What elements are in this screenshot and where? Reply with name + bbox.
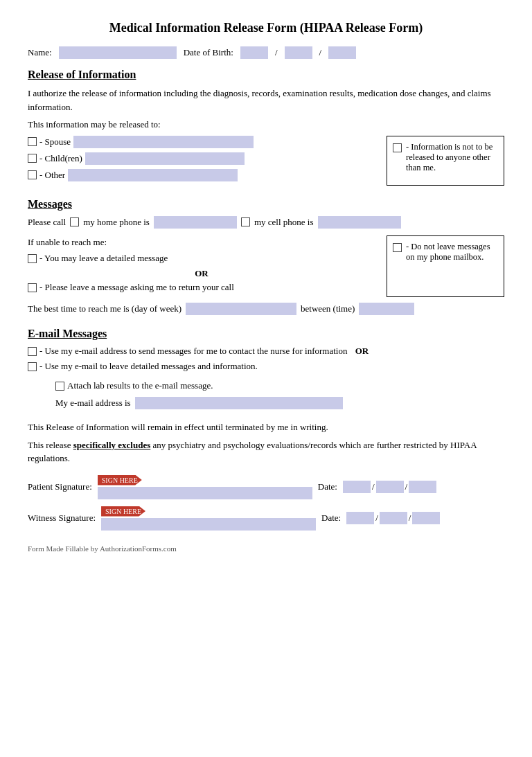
footer-text: This Release of Information will remain … xyxy=(28,420,504,465)
release-section: Release of Information I authorize the r… xyxy=(28,69,504,186)
patient-sig-arrow: SIGN HERE xyxy=(98,475,142,486)
patient-date-year[interactable] xyxy=(409,481,436,493)
other-row: - Other xyxy=(28,169,375,181)
return-call-label: - Please leave a message asking me to re… xyxy=(39,282,234,293)
best-time-row: The best time to reach me is (day of wee… xyxy=(28,303,504,315)
email-nurse-checkbox[interactable] xyxy=(28,347,37,356)
children-row: - Child(ren) xyxy=(28,152,375,165)
unreachable-grid: If unable to reach me: - You may leave a… xyxy=(28,235,504,298)
witness-date-label: Date: xyxy=(321,513,341,524)
name-dob-row: Name: Date of Birth: / / xyxy=(28,46,504,59)
email-addr-row: My e-mail address is xyxy=(55,397,504,409)
leave-message-label: - You may leave a detailed message xyxy=(39,253,168,264)
leave-message-row: - You may leave a detailed message xyxy=(28,253,375,264)
spouse-input[interactable] xyxy=(73,136,254,148)
no-voicemail-text: - Do not leave messages on my phone mail… xyxy=(406,242,498,262)
attach-lab-label: Attach lab results to the e-mail message… xyxy=(67,380,213,391)
leave-message-checkbox[interactable] xyxy=(28,254,37,263)
children-label: - Child(ren) xyxy=(39,153,82,164)
witness-date-year[interactable] xyxy=(412,512,440,524)
email-indent: Attach lab results to the e-mail message… xyxy=(55,380,504,409)
messages-section: Messages Please call my home phone is my… xyxy=(28,198,504,316)
spouse-row: - Spouse xyxy=(28,136,375,148)
witness-sig-row: Witness Signature: SIGN HERE Date: / / xyxy=(28,506,504,531)
patient-date-day[interactable] xyxy=(376,481,404,493)
email-option1-label: - Use my e-mail address to send messages… xyxy=(39,346,347,357)
witness-date-group: / / xyxy=(346,512,440,524)
unreachable-label: If unable to reach me: xyxy=(28,235,375,249)
no-voicemail-box: - Do not leave messages on my phone mail… xyxy=(387,235,504,298)
witness-date-month[interactable] xyxy=(346,512,374,524)
name-label: Name: xyxy=(28,47,52,58)
patient-sig-label: Patient Signature: xyxy=(28,481,92,492)
return-call-checkbox[interactable] xyxy=(28,283,37,292)
cell-phone-input[interactable] xyxy=(318,216,401,229)
call-text3: my cell phone is xyxy=(254,217,314,228)
children-checkbox[interactable] xyxy=(28,154,37,163)
footer-line2-pre: This release xyxy=(28,440,73,450)
witness-sig-input[interactable] xyxy=(101,518,316,531)
email-option2-label: - Use my e-mail to leave detailed messag… xyxy=(39,361,258,372)
email-addr-input[interactable] xyxy=(135,397,343,409)
footer-line2: This release specifically excludes any p… xyxy=(28,438,504,465)
release-left: - Spouse - Child(ren) - Other xyxy=(28,136,375,186)
other-input[interactable] xyxy=(68,169,238,181)
messages-title: Messages xyxy=(28,198,504,211)
call-text2: my home phone is xyxy=(83,217,150,228)
release-notice-box: - Information is not to be released to a… xyxy=(387,136,504,186)
spouse-checkbox[interactable] xyxy=(28,137,37,146)
dob-day-input[interactable] xyxy=(285,46,312,59)
attach-lab-checkbox[interactable] xyxy=(55,382,64,391)
footer-line1: This Release of Information will remain … xyxy=(28,420,504,434)
unreachable-left: If unable to reach me: - You may leave a… xyxy=(28,235,375,298)
release-body2: This information may be released to: xyxy=(28,118,504,132)
witness-sig-arrow: SIGN HERE xyxy=(101,506,145,517)
other-checkbox[interactable] xyxy=(28,170,37,179)
children-input[interactable] xyxy=(85,152,245,165)
watermark: Form Made Fillable by AuthorizationForms… xyxy=(28,544,504,553)
email-title: E-mail Messages xyxy=(28,328,504,340)
best-time-text1: The best time to reach me is (day of wee… xyxy=(28,303,181,314)
patient-date-month[interactable] xyxy=(343,481,371,493)
dob-label: Date of Birth: xyxy=(184,47,233,58)
messages-call-row: Please call my home phone is my cell pho… xyxy=(28,216,504,229)
dob-year-input[interactable] xyxy=(328,46,356,59)
email-detail-checkbox[interactable] xyxy=(28,362,37,371)
patient-date-label: Date: xyxy=(318,481,337,492)
name-input[interactable] xyxy=(59,46,177,59)
email-addr-label: My e-mail address is xyxy=(55,398,131,409)
patient-sig-input[interactable] xyxy=(98,487,312,499)
email-or-label: OR xyxy=(355,346,369,357)
return-call-row: - Please leave a message asking me to re… xyxy=(28,282,375,293)
call-text1: Please call xyxy=(28,217,66,228)
witness-date-day[interactable] xyxy=(380,512,407,524)
best-time-text2: between (time) xyxy=(301,303,355,314)
witness-sig-label: Witness Signature: xyxy=(28,513,96,524)
email-option2-row: - Use my e-mail to leave detailed messag… xyxy=(28,361,504,372)
patient-sig-row: Patient Signature: SIGN HERE Date: / / xyxy=(28,475,504,499)
other-label: - Other xyxy=(39,170,65,181)
best-time-input[interactable] xyxy=(359,303,414,315)
patient-date-group: / / xyxy=(343,481,436,493)
email-section: E-mail Messages - Use my e-mail address … xyxy=(28,328,504,409)
release-body1: I authorize the release of information i… xyxy=(28,87,504,114)
or-label: OR xyxy=(28,268,375,279)
no-release-checkbox[interactable] xyxy=(393,143,402,152)
attach-lab-row: Attach lab results to the e-mail message… xyxy=(55,380,504,391)
page-title: Medical Information Release Form (HIPAA … xyxy=(28,21,504,35)
release-grid: - Spouse - Child(ren) - Other - Informat… xyxy=(28,136,504,186)
cell-phone-checkbox[interactable] xyxy=(241,217,250,226)
home-phone-checkbox[interactable] xyxy=(70,217,79,226)
dob-month-input[interactable] xyxy=(240,46,268,59)
home-phone-input[interactable] xyxy=(154,216,237,229)
no-release-text: - Information is not to be released to a… xyxy=(406,142,498,173)
footer-line2-underline: specifically excludes xyxy=(73,440,151,450)
no-voicemail-checkbox[interactable] xyxy=(393,243,402,252)
release-title: Release of Information xyxy=(28,69,504,81)
email-option1-row: - Use my e-mail address to send messages… xyxy=(28,346,504,357)
spouse-label: - Spouse xyxy=(39,136,71,148)
best-day-input[interactable] xyxy=(186,303,296,315)
